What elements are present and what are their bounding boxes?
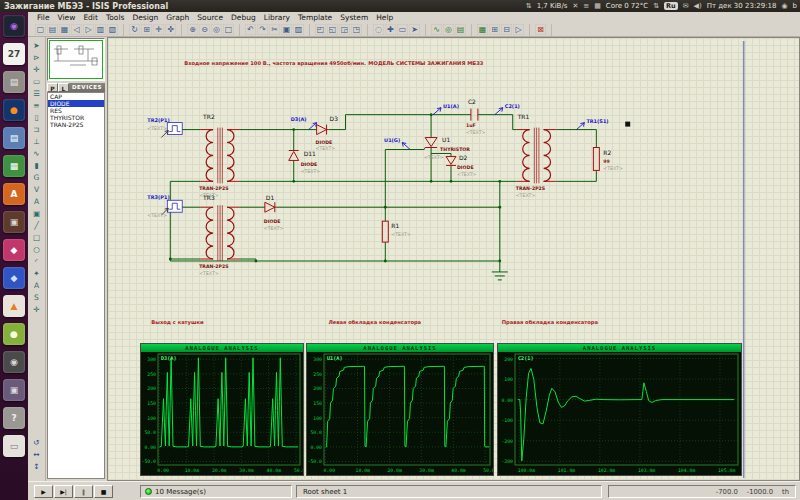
generator-tr3p1[interactable]: TR3(P1) <TEXT> xyxy=(147,194,182,218)
session-icon[interactable]: ◉ xyxy=(781,2,787,10)
property-tool-icon[interactable]: ▤ xyxy=(455,24,466,35)
goto-sheet-icon[interactable]: ▷ xyxy=(513,24,524,35)
launcher-calc[interactable]: ▦ xyxy=(3,155,25,177)
menu-design[interactable]: Design xyxy=(132,13,158,22)
launcher-proteus[interactable]: ◉ xyxy=(3,15,25,37)
open-icon[interactable]: ▤ xyxy=(47,24,58,35)
menu-system[interactable]: System xyxy=(340,13,368,22)
packaging-icon[interactable]: ▭ xyxy=(397,24,408,35)
keyboard-layout-badge[interactable]: Ru xyxy=(664,2,678,10)
undo-icon[interactable]: ↶ xyxy=(245,24,256,35)
box-tool-icon[interactable]: □ xyxy=(30,232,43,243)
library-button[interactable]: L xyxy=(58,83,69,92)
menu-view[interactable]: View xyxy=(58,13,76,22)
message-panel[interactable]: 10 Message(s) xyxy=(140,485,292,498)
design-explorer-icon[interactable]: ▦ xyxy=(477,24,488,35)
component-tool-icon[interactable]: ⊳ xyxy=(30,52,43,63)
generator-tr2p1[interactable]: TR2(P1) <TEXT> xyxy=(147,117,182,138)
new-file-icon[interactable]: ▢ xyxy=(35,24,46,35)
indicator-icon-c[interactable]: ⇅ xyxy=(653,2,659,10)
rotate-ccw-button[interactable]: ↺ xyxy=(30,437,43,448)
menu-edit[interactable]: Edit xyxy=(83,13,98,22)
launcher-camera[interactable]: ◉ xyxy=(3,351,25,373)
probe-u1a[interactable]: U1(A) xyxy=(433,103,459,115)
menu-file[interactable]: File xyxy=(37,13,50,22)
component-d1[interactable]: D1 DIODE <TEXT> xyxy=(264,194,284,231)
path-tool-icon[interactable]: ✦ xyxy=(30,268,43,279)
device-pin-tool-icon[interactable]: ⊥ xyxy=(30,136,43,147)
launcher-drawer[interactable]: ▭ xyxy=(3,435,25,457)
cut-icon[interactable]: ✂ xyxy=(269,24,280,35)
probe-c21[interactable]: C2(1) xyxy=(495,103,520,115)
current-probe-tool-icon[interactable]: A xyxy=(30,196,43,207)
launcher-calendar[interactable]: 27 xyxy=(3,43,25,65)
launcher-firefox[interactable]: ● xyxy=(3,99,25,121)
cpu-icon[interactable]: ▦ xyxy=(594,2,601,10)
pick-device-icon[interactable]: ◌ xyxy=(373,24,384,35)
block-move-icon[interactable]: ◱ xyxy=(327,24,338,35)
zoom-out-icon[interactable]: ⊖ xyxy=(199,24,210,35)
wire-label-tool-icon[interactable]: ▭ xyxy=(30,76,43,87)
device-item-diode[interactable]: DIODE xyxy=(48,100,104,107)
pause-button[interactable]: ‖ xyxy=(74,485,93,498)
menu-help[interactable]: Help xyxy=(376,13,393,22)
menu-graph[interactable]: Graph xyxy=(166,13,189,22)
paste-icon[interactable]: ▨ xyxy=(293,24,304,35)
device-item-res[interactable]: RES xyxy=(48,107,104,114)
launcher-vlc[interactable]: ▲ xyxy=(3,295,25,317)
network-speed[interactable]: 1,7 KiB/s xyxy=(537,2,568,10)
export-icon[interactable]: ▷ xyxy=(83,24,94,35)
stop-button[interactable]: ■ xyxy=(94,485,113,498)
component-r1[interactable]: R1 <TEXT> xyxy=(382,221,411,242)
pick-devices-button[interactable]: P xyxy=(47,83,58,92)
import-icon[interactable]: ◁ xyxy=(71,24,82,35)
print-area-icon[interactable]: ▧ xyxy=(107,24,118,35)
network-arrows-icon[interactable]: ⇅ xyxy=(526,2,532,10)
component-d3[interactable]: D3 DIODE <TEXT> xyxy=(316,115,339,152)
generator-tool-icon[interactable]: G xyxy=(30,172,43,183)
launcher-document[interactable]: ▤ xyxy=(3,127,25,149)
subcircuit-tool-icon[interactable]: ▯ xyxy=(30,112,43,123)
graph-window-c21[interactable]: ANALOGUE ANALYSIS 100.0m101.0m102.0m103.… xyxy=(497,343,742,476)
new-sheet-icon[interactable]: ⊞ xyxy=(489,24,500,35)
grid-icon[interactable]: ⊞ xyxy=(141,24,152,35)
erc-report-icon[interactable]: ⊠ xyxy=(535,24,546,35)
schematic-overview[interactable] xyxy=(47,38,105,81)
component-tr2[interactable]: TR2 TRAN-2P2S <TEXT> xyxy=(199,113,240,199)
clock[interactable]: Пт дек 30 23:29:18 xyxy=(707,2,777,10)
arc-tool-icon[interactable]: ◜ xyxy=(30,256,43,267)
menu-debug[interactable]: Debug xyxy=(231,13,256,22)
menu-tools[interactable]: Tools xyxy=(106,13,124,22)
redo-icon[interactable]: ↷ xyxy=(257,24,268,35)
device-item-thyristor[interactable]: THYRISTOR xyxy=(48,114,104,121)
selection-tool-icon[interactable]: ➤ xyxy=(30,40,43,51)
device-item-tran-2p2s[interactable]: TRAN-2P2S xyxy=(48,121,104,128)
device-item-cap[interactable]: CAP xyxy=(48,93,104,100)
launcher-trash[interactable]: ? xyxy=(3,407,25,429)
step-button[interactable]: ▶| xyxy=(54,485,73,498)
user-initial[interactable]: b xyxy=(793,2,797,10)
symbol-tool-icon[interactable]: S xyxy=(30,292,43,303)
redraw-icon[interactable]: ↻ xyxy=(129,24,140,35)
instrument-tool-icon[interactable]: ▣ xyxy=(30,208,43,219)
graph-window-d3a[interactable]: ANALOGUE ANALYSIS 0.0010.0m20.0m30.0m40.… xyxy=(140,343,304,476)
zoom-all-icon[interactable]: ◎ xyxy=(211,24,222,35)
tape-recorder-tool-icon[interactable]: ▮ xyxy=(30,160,43,171)
block-copy-icon[interactable]: ◰ xyxy=(315,24,326,35)
component-tr1[interactable]: TR1 TRAN-2P2S <TEXT> xyxy=(516,113,557,199)
component-r2[interactable]: R2 99 <TEXT> xyxy=(593,148,623,172)
probe-tr1s1[interactable]: TR1(S1) xyxy=(576,118,630,130)
terminal-tool-icon[interactable]: ⊐ xyxy=(30,124,43,135)
text-tool-icon[interactable]: A xyxy=(30,280,43,291)
remove-sheet-icon[interactable]: ⊟ xyxy=(501,24,512,35)
marker-tool-icon[interactable]: ✛ xyxy=(30,304,43,315)
mail-icon[interactable]: ✉ xyxy=(683,2,689,10)
zoom-area-icon[interactable]: □ xyxy=(223,24,234,35)
mirror-v-button[interactable]: ↕ xyxy=(30,461,43,472)
origin-icon[interactable]: ✛ xyxy=(153,24,164,35)
voltage-probe-tool-icon[interactable]: V xyxy=(30,184,43,195)
block-rotate-icon[interactable]: ◲ xyxy=(339,24,350,35)
launcher-orange-app[interactable]: A xyxy=(3,183,25,205)
bus-tool-icon[interactable]: ≡ xyxy=(30,100,43,111)
launcher-green-app[interactable]: ● xyxy=(3,323,25,345)
